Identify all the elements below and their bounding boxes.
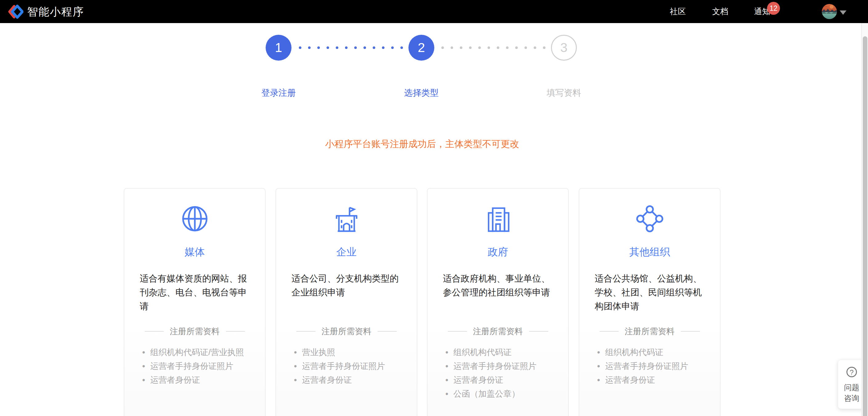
nav-docs[interactable]: 文档 xyxy=(712,0,728,23)
requirement-item: 运营者手持身份证照片 xyxy=(445,359,562,373)
card-title: 政府 xyxy=(428,245,568,259)
type-card-other-organization[interactable]: 其他组织 适合公共场馆、公益机构、学校、社团、民间组织等机构团体申请 注册所需资… xyxy=(579,188,720,416)
requirements-header: 注册所需资料 xyxy=(428,326,568,337)
page: 智能小程序 社区 文档 通知 12 xyxy=(0,0,868,416)
step-3-circle: 3 xyxy=(551,35,577,61)
requirements-list: 组织机构代码证 运营者手持身份证照片 运营者身份证 公函（加盖公章） xyxy=(445,346,562,401)
divider-line xyxy=(145,331,164,332)
requirement-item: 组织机构代码证/营业执照 xyxy=(142,346,259,359)
requirement-item: 公函（加盖公章） xyxy=(445,387,562,401)
scrollbar-track[interactable] xyxy=(861,23,868,416)
requirement-item: 运营者身份证 xyxy=(294,373,411,387)
app-header: 智能小程序 社区 文档 通知 12 xyxy=(0,0,868,23)
requirement-item: 运营者身份证 xyxy=(445,373,562,387)
organization-network-icon xyxy=(636,204,664,233)
card-description: 适合政府机构、事业单位、参公管理的社团组织等申请 xyxy=(443,272,555,299)
requirement-item: 运营者手持身份证照片 xyxy=(142,359,259,373)
requirement-item: 运营者手持身份证照片 xyxy=(294,359,411,373)
step-2-label: 选择类型 xyxy=(404,87,439,99)
card-title: 企业 xyxy=(276,245,417,259)
question-mark-icon: ? xyxy=(846,367,857,377)
step-connector-done xyxy=(296,46,406,49)
enterprise-building-icon xyxy=(333,204,361,233)
requirements-header: 注册所需资料 xyxy=(276,326,417,337)
divider-line xyxy=(599,331,619,332)
divider-line xyxy=(297,331,315,332)
step-1-label[interactable]: 登录注册 xyxy=(261,87,296,99)
requirements-list: 营业执照 运营者手持身份证照片 运营者身份证 xyxy=(294,346,411,387)
user-avatar[interactable] xyxy=(822,4,837,19)
card-description: 适合公司、分支机构类型的企业组织申请 xyxy=(291,272,403,299)
card-title: 媒体 xyxy=(124,245,265,259)
step-3-label: 填写资料 xyxy=(547,87,581,99)
requirements-list: 组织机构代码证 运营者手持身份证照片 运营者身份证 xyxy=(597,346,714,387)
globe-icon xyxy=(181,204,209,233)
type-warning-text: 小程序平台账号注册成功后，主体类型不可更改 xyxy=(124,138,720,151)
requirement-item: 营业执照 xyxy=(294,346,411,359)
card-description: 适合公共场馆、公益机构、学校、社团、民间组织等机构团体申请 xyxy=(595,272,706,313)
divider-line xyxy=(681,331,700,332)
scrollbar-thumb[interactable] xyxy=(863,36,867,416)
brand-title: 智能小程序 xyxy=(27,0,84,23)
requirement-item: 组织机构代码证 xyxy=(445,346,562,359)
card-description: 适合有媒体资质的网站、报刊杂志、电台、电视台等申请 xyxy=(140,272,251,313)
requirements-header: 注册所需资料 xyxy=(579,326,720,337)
divider-line xyxy=(529,331,548,332)
step-1-circle: 1 xyxy=(266,35,291,61)
requirement-item: 运营者身份证 xyxy=(142,373,259,387)
step-connector-pending xyxy=(438,46,549,49)
requirement-item: 运营者手持身份证照片 xyxy=(597,359,714,373)
type-card-government[interactable]: 政府 适合政府机构、事业单位、参公管理的社团组织等申请 注册所需资料 组织机构代… xyxy=(427,188,569,416)
nav-community[interactable]: 社区 xyxy=(670,0,686,23)
step-2-circle: 2 xyxy=(408,35,434,61)
government-building-icon xyxy=(484,204,512,233)
type-card-media[interactable]: 媒体 适合有媒体资质的网站、报刊杂志、电台、电视台等申请 注册所需资料 组织机构… xyxy=(124,188,266,416)
requirements-header: 注册所需资料 xyxy=(124,326,265,337)
requirements-list: 组织机构代码证/营业执照 运营者手持身份证照片 运营者身份证 xyxy=(142,346,259,387)
divider-line xyxy=(378,331,397,332)
type-card-enterprise[interactable]: 企业 适合公司、分支机构类型的企业组织申请 注册所需资料 营业执照 运营者手持身… xyxy=(276,188,417,416)
requirement-item: 组织机构代码证 xyxy=(597,346,714,359)
notification-count-badge: 12 xyxy=(767,2,780,15)
divider-line xyxy=(448,331,467,332)
card-title: 其他组织 xyxy=(579,245,720,259)
chevron-down-icon[interactable] xyxy=(840,10,846,15)
brand-logo-icon[interactable] xyxy=(8,4,23,20)
divider-line xyxy=(226,331,245,332)
requirement-item: 运营者身份证 xyxy=(597,373,714,387)
